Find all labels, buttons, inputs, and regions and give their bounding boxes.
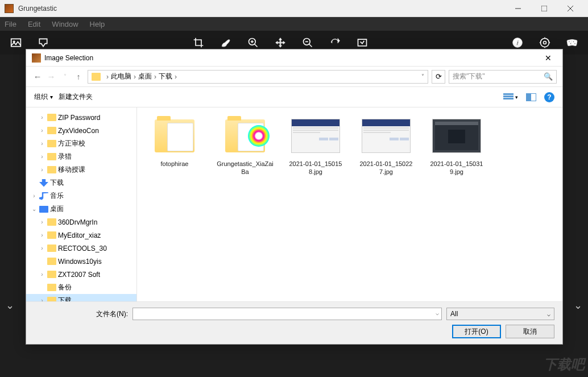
breadcrumb-sep-icon: › (154, 73, 156, 81)
organize-button[interactable]: 组织 ▾ (34, 92, 53, 102)
move-icon[interactable] (274, 36, 287, 49)
file-label: 2021-01-01_150158.jpg (287, 160, 344, 176)
menu-help[interactable]: Help (90, 20, 105, 28)
new-folder-button[interactable]: 新建文件夹 (59, 92, 93, 102)
settings-icon[interactable] (538, 36, 552, 49)
folder-tree[interactable]: ›ZIP Password›ZyxVideoCon›方正审校›录猎›移动授课下载… (26, 107, 137, 301)
view-mode-button[interactable]: ▾ (503, 93, 518, 101)
menu-window[interactable]: Window (52, 20, 78, 28)
cancel-button[interactable]: 取消 (506, 325, 554, 338)
nav-back-button[interactable]: ← (32, 72, 43, 81)
tree-label: 桌面 (50, 204, 64, 214)
tree-chevron-icon[interactable]: › (39, 127, 45, 134)
tree-label: ZyxVideoCon (58, 127, 99, 135)
dialog-close-button[interactable]: ✕ (540, 53, 557, 63)
tree-chevron-icon[interactable]: › (39, 140, 45, 147)
open-button[interactable]: 打开(O) (452, 325, 501, 338)
tree-label: 移动授课 (58, 165, 85, 175)
next-chevron-icon[interactable]: ⌄ (574, 299, 582, 312)
tree-item[interactable]: ›MyEditor_xiaz (26, 229, 136, 242)
open-image-icon[interactable] (9, 36, 23, 49)
tree-chevron-icon[interactable]: › (39, 245, 45, 251)
svg-point-20 (569, 42, 570, 43)
search-input[interactable]: 搜索"下载" 🔍 (449, 70, 557, 84)
dialog-nav-row: ← → ˅ ↑ › 此电脑 › 桌面 › 下载 › ˅ ⟳ 搜索"下载" 🔍 (26, 67, 562, 87)
close-button[interactable] (557, 0, 583, 17)
tree-label: ZXT2007 Soft (58, 271, 100, 279)
tree-chevron-icon[interactable]: › (31, 193, 38, 199)
tree-label: RECTOOLS_30 (58, 245, 107, 252)
tree-item[interactable]: ›ZXT2007 Soft (26, 268, 136, 281)
info-icon[interactable]: i (511, 36, 524, 49)
crop-icon[interactable] (192, 36, 205, 49)
tree-item[interactable]: ›360DrvMgrIn (26, 216, 136, 229)
list-view-icon (503, 93, 514, 101)
tree-chevron-icon[interactable]: › (39, 271, 45, 277)
folder-icon (39, 192, 48, 200)
help-icon[interactable]: ? (544, 92, 554, 102)
tree-item[interactable]: Windows10yis (26, 255, 136, 268)
refresh-button[interactable]: ⟳ (432, 70, 445, 84)
address-bar[interactable]: › 此电脑 › 桌面 › 下载 › ˅ (88, 70, 428, 84)
tree-item[interactable]: ›ZIP Password (26, 111, 136, 124)
dice-icon[interactable] (565, 36, 579, 49)
file-grid[interactable]: fotophiraeGrungetastic_XiaZaiBa2021-01-0… (137, 107, 562, 301)
folder-icon (39, 179, 48, 187)
tree-item[interactable]: ›下载 (26, 294, 136, 301)
image-thumbnail (291, 119, 340, 153)
breadcrumb-item[interactable]: 此电脑 (111, 72, 131, 81)
tree-item[interactable]: ›音乐 (26, 189, 136, 202)
tree-chevron-icon[interactable]: ⌄ (31, 206, 38, 212)
file-item[interactable]: fotophirae (144, 114, 205, 176)
minimize-button[interactable] (505, 0, 531, 17)
fit-icon[interactable] (355, 36, 369, 49)
save-icon[interactable] (36, 36, 50, 49)
zoom-in-icon[interactable] (246, 36, 260, 49)
tree-label: 备份 (58, 283, 72, 292)
maximize-button[interactable] (531, 0, 557, 17)
preview-pane-button[interactable] (526, 93, 536, 101)
tree-label: 360DrvMgrIn (58, 218, 97, 226)
nav-up-button[interactable]: ↑ (73, 72, 84, 81)
breadcrumb-item[interactable]: 桌面 (138, 72, 152, 81)
folder-icon (47, 127, 56, 134)
tree-chevron-icon[interactable]: › (39, 232, 45, 238)
tree-item[interactable]: ›移动授课 (26, 163, 136, 176)
menu-edit[interactable]: Edit (28, 20, 40, 28)
file-label: 2021-01-01_150227.jpg (358, 160, 415, 176)
tree-item[interactable]: ›方正审校 (26, 137, 136, 150)
tree-chevron-icon[interactable]: › (39, 219, 45, 225)
svg-rect-13 (358, 39, 367, 46)
folder-icon (225, 119, 265, 152)
tree-chevron-icon[interactable]: › (39, 297, 45, 301)
nav-forward-button[interactable]: → (45, 72, 57, 81)
filetype-select[interactable]: All ⌵ (446, 308, 554, 320)
nav-recent-dropdown[interactable]: ˅ (59, 73, 71, 80)
address-dropdown-icon[interactable]: ˅ (421, 73, 424, 80)
tree-chevron-icon[interactable]: › (39, 154, 45, 160)
prev-chevron-icon[interactable]: ⌄ (6, 299, 14, 312)
brush-icon[interactable] (219, 36, 233, 49)
tree-item[interactable]: ›录猎 (26, 150, 136, 163)
tree-item[interactable]: ›RECTOOLS_30 (26, 242, 136, 255)
breadcrumb-item[interactable]: 下载 (159, 72, 172, 81)
tree-chevron-icon[interactable]: › (39, 167, 45, 173)
redo-icon[interactable] (328, 36, 342, 49)
folder-icon (47, 114, 56, 121)
file-item[interactable]: Grungetastic_XiaZaiBa (214, 114, 276, 176)
filename-input[interactable]: ⌵ (132, 308, 442, 320)
menu-file[interactable]: File (5, 20, 16, 28)
tree-item[interactable]: ⌄桌面 (26, 202, 136, 216)
chevron-down-icon[interactable]: ⌵ (436, 310, 439, 316)
file-item[interactable]: 2021-01-01_150319.jpg (426, 114, 487, 176)
file-item[interactable]: 2021-01-01_150227.jpg (355, 114, 417, 176)
tree-item[interactable]: 下载 (26, 176, 136, 189)
folder-icon (47, 166, 56, 173)
tree-chevron-icon[interactable]: › (39, 114, 45, 121)
tree-item[interactable]: ›ZyxVideoCon (26, 124, 136, 137)
file-item[interactable]: 2021-01-01_150158.jpg (285, 114, 346, 176)
tree-item[interactable]: 备份 (26, 281, 136, 294)
folder-icon (47, 245, 56, 252)
breadcrumb-sep-icon: › (134, 73, 136, 81)
zoom-out-icon[interactable] (301, 36, 314, 49)
